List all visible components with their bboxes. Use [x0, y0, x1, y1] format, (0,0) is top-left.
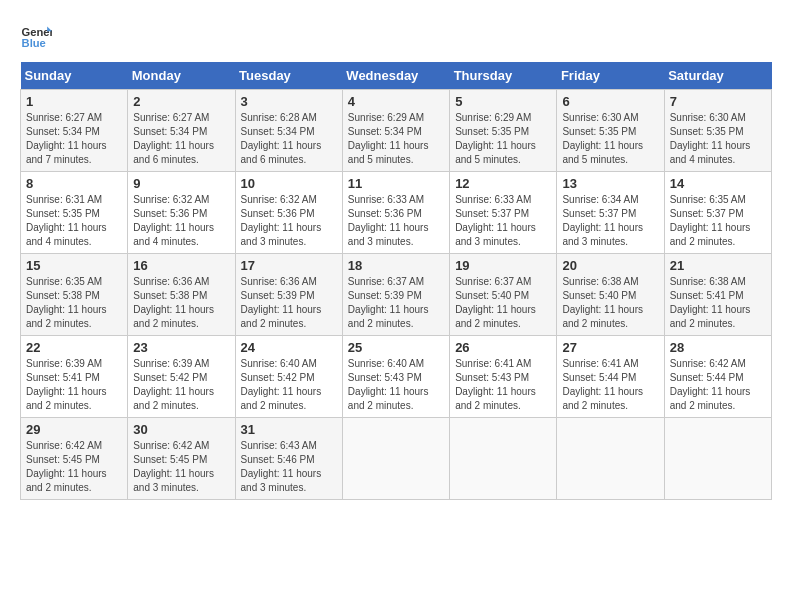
calendar-cell: 7 Sunrise: 6:30 AM Sunset: 5:35 PM Dayli… — [664, 90, 771, 172]
calendar-cell: 3 Sunrise: 6:28 AM Sunset: 5:34 PM Dayli… — [235, 90, 342, 172]
logo-icon: General Blue — [20, 20, 52, 52]
day-number: 13 — [562, 176, 658, 191]
calendar-cell: 31 Sunrise: 6:43 AM Sunset: 5:46 PM Dayl… — [235, 418, 342, 500]
calendar-cell: 14 Sunrise: 6:35 AM Sunset: 5:37 PM Dayl… — [664, 172, 771, 254]
day-number: 14 — [670, 176, 766, 191]
day-info: Sunrise: 6:29 AM Sunset: 5:34 PM Dayligh… — [348, 111, 444, 167]
calendar-cell: 24 Sunrise: 6:40 AM Sunset: 5:42 PM Dayl… — [235, 336, 342, 418]
calendar-cell: 12 Sunrise: 6:33 AM Sunset: 5:37 PM Dayl… — [450, 172, 557, 254]
column-header-sunday: Sunday — [21, 62, 128, 90]
day-info: Sunrise: 6:35 AM Sunset: 5:37 PM Dayligh… — [670, 193, 766, 249]
day-number: 28 — [670, 340, 766, 355]
day-number: 25 — [348, 340, 444, 355]
day-number: 9 — [133, 176, 229, 191]
day-info: Sunrise: 6:30 AM Sunset: 5:35 PM Dayligh… — [562, 111, 658, 167]
calendar-cell: 13 Sunrise: 6:34 AM Sunset: 5:37 PM Dayl… — [557, 172, 664, 254]
day-number: 8 — [26, 176, 122, 191]
day-info: Sunrise: 6:33 AM Sunset: 5:37 PM Dayligh… — [455, 193, 551, 249]
day-number: 16 — [133, 258, 229, 273]
day-info: Sunrise: 6:41 AM Sunset: 5:44 PM Dayligh… — [562, 357, 658, 413]
calendar-cell — [664, 418, 771, 500]
calendar-table: SundayMondayTuesdayWednesdayThursdayFrid… — [20, 62, 772, 500]
day-number: 27 — [562, 340, 658, 355]
day-info: Sunrise: 6:34 AM Sunset: 5:37 PM Dayligh… — [562, 193, 658, 249]
day-number: 15 — [26, 258, 122, 273]
day-info: Sunrise: 6:38 AM Sunset: 5:40 PM Dayligh… — [562, 275, 658, 331]
day-number: 5 — [455, 94, 551, 109]
calendar-cell: 21 Sunrise: 6:38 AM Sunset: 5:41 PM Dayl… — [664, 254, 771, 336]
day-number: 3 — [241, 94, 337, 109]
day-number: 4 — [348, 94, 444, 109]
calendar-cell: 9 Sunrise: 6:32 AM Sunset: 5:36 PM Dayli… — [128, 172, 235, 254]
day-info: Sunrise: 6:32 AM Sunset: 5:36 PM Dayligh… — [133, 193, 229, 249]
calendar-cell: 20 Sunrise: 6:38 AM Sunset: 5:40 PM Dayl… — [557, 254, 664, 336]
day-number: 6 — [562, 94, 658, 109]
day-number: 11 — [348, 176, 444, 191]
day-number: 12 — [455, 176, 551, 191]
calendar-cell: 1 Sunrise: 6:27 AM Sunset: 5:34 PM Dayli… — [21, 90, 128, 172]
day-info: Sunrise: 6:37 AM Sunset: 5:39 PM Dayligh… — [348, 275, 444, 331]
day-number: 10 — [241, 176, 337, 191]
calendar-cell: 4 Sunrise: 6:29 AM Sunset: 5:34 PM Dayli… — [342, 90, 449, 172]
calendar-week-row: 8 Sunrise: 6:31 AM Sunset: 5:35 PM Dayli… — [21, 172, 772, 254]
calendar-cell: 23 Sunrise: 6:39 AM Sunset: 5:42 PM Dayl… — [128, 336, 235, 418]
calendar-cell: 10 Sunrise: 6:32 AM Sunset: 5:36 PM Dayl… — [235, 172, 342, 254]
calendar-cell — [557, 418, 664, 500]
column-header-wednesday: Wednesday — [342, 62, 449, 90]
day-info: Sunrise: 6:40 AM Sunset: 5:43 PM Dayligh… — [348, 357, 444, 413]
day-number: 7 — [670, 94, 766, 109]
day-number: 2 — [133, 94, 229, 109]
day-number: 21 — [670, 258, 766, 273]
calendar-cell: 6 Sunrise: 6:30 AM Sunset: 5:35 PM Dayli… — [557, 90, 664, 172]
day-info: Sunrise: 6:42 AM Sunset: 5:45 PM Dayligh… — [26, 439, 122, 495]
day-info: Sunrise: 6:35 AM Sunset: 5:38 PM Dayligh… — [26, 275, 122, 331]
calendar-cell: 11 Sunrise: 6:33 AM Sunset: 5:36 PM Dayl… — [342, 172, 449, 254]
calendar-cell: 30 Sunrise: 6:42 AM Sunset: 5:45 PM Dayl… — [128, 418, 235, 500]
column-header-tuesday: Tuesday — [235, 62, 342, 90]
day-info: Sunrise: 6:27 AM Sunset: 5:34 PM Dayligh… — [133, 111, 229, 167]
svg-text:Blue: Blue — [22, 37, 46, 49]
calendar-cell — [450, 418, 557, 500]
day-info: Sunrise: 6:38 AM Sunset: 5:41 PM Dayligh… — [670, 275, 766, 331]
logo: General Blue — [20, 20, 52, 52]
calendar-header-row: SundayMondayTuesdayWednesdayThursdayFrid… — [21, 62, 772, 90]
calendar-cell: 26 Sunrise: 6:41 AM Sunset: 5:43 PM Dayl… — [450, 336, 557, 418]
calendar-cell: 19 Sunrise: 6:37 AM Sunset: 5:40 PM Dayl… — [450, 254, 557, 336]
calendar-cell: 25 Sunrise: 6:40 AM Sunset: 5:43 PM Dayl… — [342, 336, 449, 418]
calendar-cell: 2 Sunrise: 6:27 AM Sunset: 5:34 PM Dayli… — [128, 90, 235, 172]
day-number: 24 — [241, 340, 337, 355]
day-info: Sunrise: 6:42 AM Sunset: 5:44 PM Dayligh… — [670, 357, 766, 413]
day-info: Sunrise: 6:37 AM Sunset: 5:40 PM Dayligh… — [455, 275, 551, 331]
day-number: 17 — [241, 258, 337, 273]
calendar-week-row: 29 Sunrise: 6:42 AM Sunset: 5:45 PM Dayl… — [21, 418, 772, 500]
day-number: 31 — [241, 422, 337, 437]
day-number: 22 — [26, 340, 122, 355]
day-number: 18 — [348, 258, 444, 273]
day-info: Sunrise: 6:36 AM Sunset: 5:38 PM Dayligh… — [133, 275, 229, 331]
day-info: Sunrise: 6:27 AM Sunset: 5:34 PM Dayligh… — [26, 111, 122, 167]
calendar-cell: 5 Sunrise: 6:29 AM Sunset: 5:35 PM Dayli… — [450, 90, 557, 172]
page-header: General Blue — [20, 20, 772, 52]
day-info: Sunrise: 6:33 AM Sunset: 5:36 PM Dayligh… — [348, 193, 444, 249]
day-info: Sunrise: 6:29 AM Sunset: 5:35 PM Dayligh… — [455, 111, 551, 167]
day-number: 23 — [133, 340, 229, 355]
day-info: Sunrise: 6:39 AM Sunset: 5:42 PM Dayligh… — [133, 357, 229, 413]
day-number: 26 — [455, 340, 551, 355]
day-info: Sunrise: 6:39 AM Sunset: 5:41 PM Dayligh… — [26, 357, 122, 413]
day-info: Sunrise: 6:42 AM Sunset: 5:45 PM Dayligh… — [133, 439, 229, 495]
column-header-thursday: Thursday — [450, 62, 557, 90]
day-info: Sunrise: 6:40 AM Sunset: 5:42 PM Dayligh… — [241, 357, 337, 413]
calendar-cell: 22 Sunrise: 6:39 AM Sunset: 5:41 PM Dayl… — [21, 336, 128, 418]
calendar-cell — [342, 418, 449, 500]
calendar-week-row: 15 Sunrise: 6:35 AM Sunset: 5:38 PM Dayl… — [21, 254, 772, 336]
calendar-cell: 29 Sunrise: 6:42 AM Sunset: 5:45 PM Dayl… — [21, 418, 128, 500]
day-number: 19 — [455, 258, 551, 273]
day-number: 20 — [562, 258, 658, 273]
column-header-monday: Monday — [128, 62, 235, 90]
calendar-cell: 28 Sunrise: 6:42 AM Sunset: 5:44 PM Dayl… — [664, 336, 771, 418]
calendar-cell: 27 Sunrise: 6:41 AM Sunset: 5:44 PM Dayl… — [557, 336, 664, 418]
day-number: 1 — [26, 94, 122, 109]
calendar-cell: 18 Sunrise: 6:37 AM Sunset: 5:39 PM Dayl… — [342, 254, 449, 336]
column-header-friday: Friday — [557, 62, 664, 90]
day-info: Sunrise: 6:28 AM Sunset: 5:34 PM Dayligh… — [241, 111, 337, 167]
